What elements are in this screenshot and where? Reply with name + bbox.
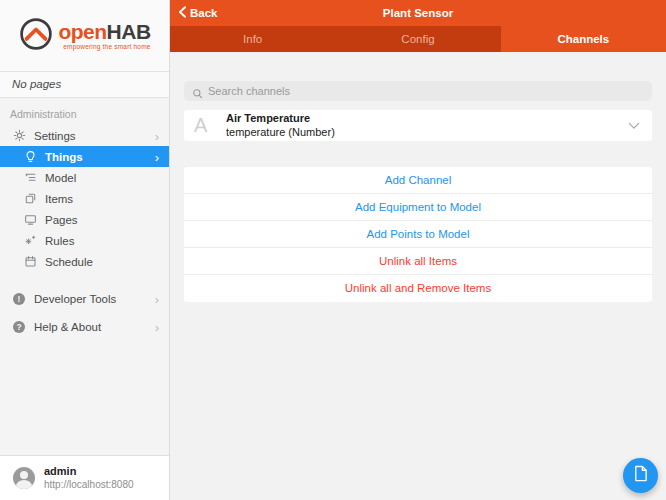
app-window: openHAB empowering the smart home No pag… xyxy=(0,0,666,500)
unlink-all-and-remove-items-button[interactable]: Unlink all and Remove Items xyxy=(184,275,652,302)
channel-subtitle: temperature (Number) xyxy=(226,126,335,139)
administration-section-label: Administration xyxy=(0,98,169,125)
chevron-right-icon: › xyxy=(155,293,159,306)
sidebar: openHAB empowering the smart home No pag… xyxy=(0,0,170,500)
no-pages-label: No pages xyxy=(0,72,169,98)
document-icon xyxy=(633,465,648,486)
calendar-icon xyxy=(23,255,37,268)
channel-title: Air Temperature xyxy=(226,112,335,125)
tab-info[interactable]: Info xyxy=(170,26,335,52)
server-url: http://localhost:8080 xyxy=(44,479,134,491)
navbar: Back Plant Sensor xyxy=(170,0,666,26)
user-name: admin xyxy=(44,465,134,478)
code-view-fab-button[interactable] xyxy=(623,458,658,493)
squares-icon xyxy=(23,192,37,205)
user-avatar-icon xyxy=(13,467,35,489)
search-bar xyxy=(184,81,652,101)
user-account-button[interactable]: admin http://localhost:8080 xyxy=(0,455,169,500)
channel-row-air-temperature[interactable]: A Air Temperature temperature (Number) xyxy=(184,110,652,141)
sidebar-item-help-about[interactable]: ? Help & About › xyxy=(0,313,169,341)
sidebar-item-model[interactable]: Model xyxy=(0,167,169,188)
chevron-right-icon: › xyxy=(155,129,159,142)
add-points-to-model-button[interactable]: Add Points to Model xyxy=(184,221,652,248)
question-circle-icon: ? xyxy=(12,321,26,333)
page-title: Plant Sensor xyxy=(170,7,666,19)
logo-tagline: empowering the smart home xyxy=(58,44,150,51)
chevron-right-icon: › xyxy=(155,150,159,163)
logo-area: openHAB empowering the smart home xyxy=(0,0,169,72)
openhab-logo: openHAB empowering the smart home xyxy=(18,16,150,56)
main-panel: Back Plant Sensor Info Config Channels A… xyxy=(170,0,666,500)
sidebar-item-rules[interactable]: Rules xyxy=(0,230,169,251)
lightbulb-icon xyxy=(23,150,37,163)
sidebar-item-things[interactable]: Things › xyxy=(0,146,169,167)
group-letter: A xyxy=(194,114,214,137)
search-icon xyxy=(192,85,203,103)
search-input[interactable] xyxy=(184,81,652,101)
action-list: Add Channel Add Equipment to Model Add P… xyxy=(184,167,652,302)
monitor-icon xyxy=(23,213,37,226)
chevron-down-icon xyxy=(628,122,640,130)
chevron-left-icon xyxy=(178,6,187,20)
sparkle-icon xyxy=(23,234,37,247)
sidebar-item-settings[interactable]: Settings › xyxy=(0,125,169,146)
back-button[interactable]: Back xyxy=(170,6,218,20)
sidebar-item-pages[interactable]: Pages xyxy=(0,209,169,230)
exclamation-circle-icon: ! xyxy=(12,293,26,305)
logo-wordmark: openHAB xyxy=(58,21,150,42)
sidebar-item-items[interactable]: Items xyxy=(0,188,169,209)
tab-channels[interactable]: Channels xyxy=(501,26,666,52)
add-channel-button[interactable]: Add Channel xyxy=(184,167,652,194)
tools-group: ! Developer Tools › ? Help & About › xyxy=(0,285,169,341)
sidebar-item-schedule[interactable]: Schedule xyxy=(0,251,169,272)
tab-bar: Info Config Channels xyxy=(170,26,666,52)
tab-config[interactable]: Config xyxy=(335,26,500,52)
channels-content: A Air Temperature temperature (Number) A… xyxy=(170,52,666,500)
list-tree-icon xyxy=(23,171,37,184)
sidebar-item-developer-tools[interactable]: ! Developer Tools › xyxy=(0,285,169,313)
unlink-all-items-button[interactable]: Unlink all Items xyxy=(184,248,652,275)
add-equipment-to-model-button[interactable]: Add Equipment to Model xyxy=(184,194,652,221)
gear-icon xyxy=(12,129,26,142)
openhab-logo-icon xyxy=(18,16,54,56)
chevron-right-icon: › xyxy=(155,321,159,334)
